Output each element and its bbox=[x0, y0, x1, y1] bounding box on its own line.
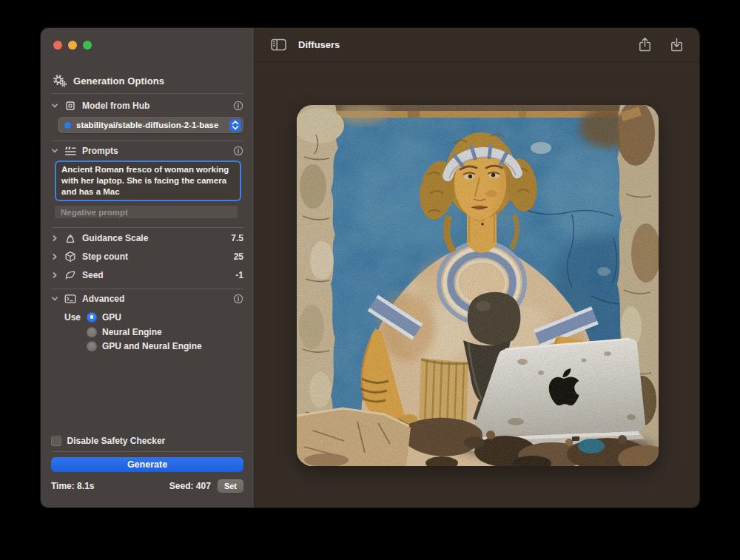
step-count-label: Step count bbox=[82, 252, 128, 262]
negative-prompt-input[interactable] bbox=[55, 206, 238, 218]
guidance-scale-label: Guidance Scale bbox=[82, 233, 148, 243]
info-icon[interactable] bbox=[233, 146, 243, 156]
prompts-section-label: Prompts bbox=[82, 146, 118, 156]
neural-engine-label: Neural Engine bbox=[102, 327, 162, 337]
download-icon[interactable] bbox=[670, 37, 683, 53]
canvas-area bbox=[255, 62, 699, 507]
gpu-and-neural-engine-label: GPU and Neural Engine bbox=[102, 341, 202, 351]
divider bbox=[51, 289, 243, 289]
app-window: Generation Options Model from Hub bbox=[41, 28, 699, 507]
advanced-label: Advanced bbox=[82, 294, 124, 304]
advanced-section-row[interactable]: Advanced bbox=[51, 292, 243, 306]
step-count-row[interactable]: Step count 25 bbox=[51, 250, 243, 263]
info-icon[interactable] bbox=[233, 294, 243, 304]
generation-options-label: Generation Options bbox=[73, 75, 164, 87]
model-select-dropdown[interactable]: stabilityai/stable-diffusion-2-1-base bbox=[58, 117, 243, 133]
chevron-right-icon[interactable] bbox=[51, 235, 58, 242]
guidance-scale-value: 7.5 bbox=[231, 233, 243, 243]
guidance-scale-row[interactable]: Guidance Scale 7.5 bbox=[51, 232, 243, 245]
gears-icon bbox=[53, 75, 67, 87]
prompt-input[interactable]: Ancient Roman fresco of woman working wi… bbox=[55, 161, 241, 201]
chevron-right-icon[interactable] bbox=[51, 271, 58, 279]
seed-label: Seed bbox=[82, 270, 104, 280]
window-title: Diffusers bbox=[298, 39, 340, 50]
sidebar-spacer bbox=[51, 352, 243, 435]
sidebar-toggle-icon[interactable] bbox=[271, 38, 286, 51]
fresco-illustration bbox=[297, 105, 659, 466]
model-section-label: Model from Hub bbox=[82, 101, 149, 111]
quote-icon bbox=[63, 146, 77, 156]
main-area: Diffusers bbox=[254, 28, 699, 507]
chevron-down-icon[interactable] bbox=[51, 295, 58, 303]
generate-button[interactable]: Generate bbox=[51, 457, 243, 472]
divider bbox=[51, 93, 243, 94]
dropdown-stepper-icon[interactable] bbox=[229, 119, 241, 132]
desktop-background: Generation Options Model from Hub bbox=[0, 0, 740, 560]
zoom-window-button[interactable] bbox=[83, 41, 92, 50]
model-selected-value: stabilityai/stable-diffusion-2-1-base bbox=[76, 121, 226, 129]
generation-time: Time: 8.1s bbox=[51, 481, 94, 491]
titlebar: Diffusers bbox=[255, 28, 699, 62]
share-icon[interactable] bbox=[639, 37, 651, 53]
radio-gpu-and-neural-engine[interactable] bbox=[87, 341, 97, 351]
divider bbox=[51, 451, 243, 452]
safety-checker-checkbox[interactable] bbox=[51, 436, 61, 446]
model-status-dot bbox=[64, 122, 71, 129]
radio-neural-engine[interactable] bbox=[87, 327, 97, 337]
divider bbox=[51, 141, 243, 141]
generated-image[interactable] bbox=[297, 105, 659, 466]
radio-gpu[interactable] bbox=[87, 312, 97, 323]
chevron-down-icon[interactable] bbox=[51, 102, 58, 109]
weight-scale-icon bbox=[63, 233, 77, 244]
use-label: Use bbox=[64, 312, 87, 323]
chip-icon bbox=[63, 100, 77, 112]
cube-icon bbox=[63, 251, 77, 263]
status-bar: Time: 8.1s Seed: 407 Set bbox=[51, 479, 243, 493]
compute-option-gpu-and-neural-engine[interactable]: Use GPU and Neural Engine bbox=[51, 340, 243, 352]
gpu-label: GPU bbox=[102, 312, 121, 323]
terminal-icon bbox=[63, 294, 77, 304]
compute-option-neural-engine[interactable]: Use Neural Engine bbox=[51, 325, 243, 338]
chevron-down-icon[interactable] bbox=[51, 147, 58, 155]
sidebar: Generation Options Model from Hub bbox=[41, 28, 254, 507]
set-seed-button[interactable]: Set bbox=[218, 479, 243, 493]
compute-option-gpu[interactable]: Use GPU bbox=[51, 311, 243, 323]
info-icon[interactable] bbox=[233, 101, 243, 111]
model-section-row[interactable]: Model from Hub bbox=[51, 99, 243, 112]
minimize-window-button[interactable] bbox=[68, 41, 77, 50]
disable-safety-checker-row[interactable]: Disable Safety Checker bbox=[51, 435, 243, 447]
seed-value: -1 bbox=[235, 270, 243, 280]
seed-row[interactable]: Seed -1 bbox=[51, 269, 243, 282]
window-controls bbox=[53, 41, 243, 50]
generation-options-header: Generation Options bbox=[51, 75, 243, 87]
step-count-value: 25 bbox=[234, 252, 243, 262]
result-seed: Seed: 407 bbox=[169, 481, 211, 491]
close-window-button[interactable] bbox=[53, 41, 62, 50]
safety-checker-label: Disable Safety Checker bbox=[67, 436, 166, 446]
chevron-right-icon[interactable] bbox=[51, 253, 58, 260]
leaf-icon bbox=[63, 270, 77, 280]
prompts-section-row[interactable]: Prompts bbox=[51, 144, 243, 158]
divider bbox=[51, 227, 243, 228]
